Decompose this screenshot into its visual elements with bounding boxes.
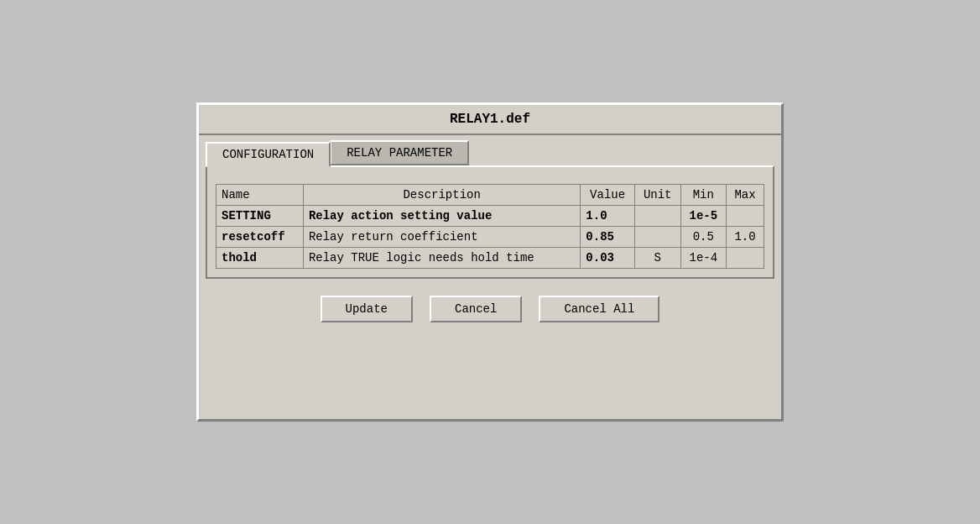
col-header-description: Description (303, 185, 580, 206)
table-cell-1-3 (634, 227, 680, 248)
col-header-max: Max (727, 185, 764, 206)
params-table: Name Description Value Unit Min Max SETT… (216, 184, 764, 269)
table-row: resetcoffRelay return coefficient0.850.5… (216, 227, 764, 248)
window-title: RELAY1.def (450, 112, 530, 127)
cancel-all-button[interactable]: Cancel All (539, 296, 659, 322)
table-cell-1-5: 1.0 (727, 227, 764, 248)
update-button[interactable]: Update (321, 296, 413, 322)
tabs-row: CONFIGURATION RELAY PARAMETER (199, 135, 781, 165)
col-header-name: Name (216, 185, 304, 206)
table-cell-1-2: 0.85 (581, 227, 635, 248)
col-header-value: Value (581, 185, 635, 206)
table-cell-0-1: Relay action setting value (303, 206, 580, 227)
table-cell-1-4: 0.5 (680, 227, 727, 248)
table-cell-2-1: Relay TRUE logic needs hold time (303, 248, 580, 269)
buttons-row: Update Cancel Cancel All (199, 286, 781, 329)
table-row: SETTINGRelay action setting value1.01e-5 (216, 206, 764, 227)
main-window: RELAY1.def CONFIGURATION RELAY PARAMETER… (196, 102, 784, 422)
table-cell-1-0: resetcoff (216, 227, 304, 248)
table-cell-0-4: 1e-5 (680, 206, 727, 227)
table-cell-2-4: 1e-4 (680, 248, 727, 269)
table-cell-2-2: 0.03 (581, 248, 635, 269)
col-header-unit: Unit (634, 185, 680, 206)
cancel-button[interactable]: Cancel (430, 296, 522, 322)
table-cell-0-3 (634, 206, 680, 227)
title-bar: RELAY1.def (199, 105, 781, 135)
table-cell-2-3: S (634, 248, 680, 269)
table-cell-0-5 (727, 206, 764, 227)
table-header-row: Name Description Value Unit Min Max (216, 185, 764, 206)
tab-relay-parameter[interactable]: RELAY PARAMETER (330, 140, 469, 165)
table-cell-2-0: thold (216, 248, 304, 269)
table-row: tholdRelay TRUE logic needs hold time0.0… (216, 248, 764, 269)
col-header-min: Min (680, 185, 727, 206)
table-cell-0-2: 1.0 (581, 206, 635, 227)
table-cell-0-0: SETTING (216, 206, 304, 227)
table-cell-2-5 (727, 248, 764, 269)
content-area: Name Description Value Unit Min Max SETT… (206, 165, 774, 279)
table-cell-1-1: Relay return coefficient (303, 227, 580, 248)
tab-configuration[interactable]: CONFIGURATION (206, 142, 331, 167)
